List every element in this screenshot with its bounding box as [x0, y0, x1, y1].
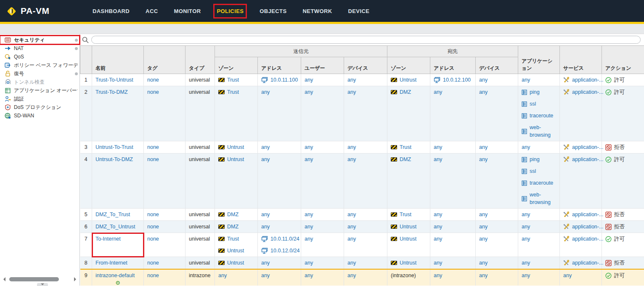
dst-zone-link[interactable]: Untrust: [400, 223, 416, 230]
cell-src-address[interactable]: 10.0.11.100: [258, 74, 301, 86]
application-link[interactable]: traceroute: [530, 112, 553, 119]
tab-dashboard[interactable]: DASHBOARD: [91, 5, 131, 17]
cell-name[interactable]: intrazone-default⚙: [92, 269, 144, 286]
src-zone-link[interactable]: DMZ: [227, 211, 239, 218]
col-dst-device[interactable]: デバイス: [476, 57, 518, 74]
cell-dst-device[interactable]: any: [476, 74, 518, 86]
cell-src-address[interactable]: any: [258, 86, 301, 141]
cell-dst-address[interactable]: any: [430, 154, 476, 209]
cell-action[interactable]: 拒否: [602, 209, 644, 221]
col-application[interactable]: アプリケーション: [518, 46, 560, 74]
sidebar-collapse-handle[interactable]: [37, 283, 48, 286]
application-link[interactable]: ssl: [530, 100, 536, 108]
cell-service[interactable]: application-...: [560, 233, 602, 257]
cell-src-device[interactable]: any: [344, 74, 387, 86]
rule-name-link[interactable]: intrazone-default: [95, 273, 135, 278]
cell-action[interactable]: 許可: [602, 154, 644, 209]
cell-src-device[interactable]: any: [344, 209, 387, 221]
cell-src-zone[interactable]: DMZ: [215, 209, 258, 221]
cell-dst-device[interactable]: any: [476, 221, 518, 233]
application-link[interactable]: ping: [530, 156, 540, 163]
cell-src-zone[interactable]: DMZ: [215, 221, 258, 233]
cell-name[interactable]: Trust-To-Untrust: [92, 74, 144, 86]
cell-src-zone[interactable]: any: [215, 269, 258, 286]
cell-tag[interactable]: none: [144, 269, 186, 286]
cell-application[interactable]: any: [518, 141, 560, 154]
cell-dst-zone[interactable]: Trust: [387, 141, 430, 154]
cell-dst-zone[interactable]: Untrust: [387, 74, 430, 86]
cell-name[interactable]: DMZ_To_Untrust: [92, 221, 144, 233]
scroll-right-arrow-icon[interactable]: [74, 277, 78, 281]
col-dst-address[interactable]: アドレス: [430, 57, 476, 74]
rule-name-link[interactable]: Trust-To-Untrust: [95, 77, 133, 83]
service-link[interactable]: application-...: [572, 88, 603, 96]
rule-name-link[interactable]: From-Internet: [95, 260, 127, 266]
sidebar-item-app-override[interactable]: アプリケーション オーバーライ: [0, 86, 80, 95]
cell-dst-zone[interactable]: DMZ: [387, 86, 430, 141]
service-link[interactable]: application-...: [572, 156, 603, 163]
src-zone-link[interactable]: Untrust: [227, 259, 244, 267]
cell-src-user[interactable]: any: [301, 74, 344, 86]
src-zone-link[interactable]: Trust: [227, 76, 239, 84]
sidebar-item-pbf[interactable]: ポリシー ベース フォワーディ: [0, 61, 80, 69]
cell-src-user[interactable]: any: [301, 221, 344, 233]
cell-action[interactable]: 拒否: [602, 221, 644, 233]
cell-src-zone[interactable]: Untrust: [215, 257, 258, 270]
dst-zone-link[interactable]: DMZ: [400, 88, 411, 96]
cell-type[interactable]: universal: [186, 154, 215, 209]
cell-name[interactable]: Trust-To-DMZ: [92, 86, 144, 141]
service-link[interactable]: application-...: [572, 76, 603, 84]
cell-src-user[interactable]: any: [301, 233, 344, 257]
cell-action[interactable]: 許可: [602, 269, 644, 286]
tab-policies[interactable]: POLICIES: [215, 5, 245, 17]
cell-application[interactable]: pingssltracerouteweb-browsing: [518, 154, 560, 209]
cell-service[interactable]: application-...: [560, 257, 602, 270]
cell-src-zone[interactable]: Untrust: [215, 154, 258, 209]
cell-action[interactable]: 拒否: [602, 257, 644, 270]
src-zone-link[interactable]: Trust: [227, 88, 239, 96]
cell-dst-address[interactable]: any: [430, 221, 476, 233]
src-zone-link[interactable]: Untrust: [227, 247, 244, 254]
cell-src-address[interactable]: any: [258, 154, 301, 209]
src-address-link[interactable]: 10.0.11.0/24: [270, 235, 299, 243]
tab-monitor[interactable]: MONITOR: [172, 5, 202, 17]
cell-type[interactable]: universal: [186, 86, 215, 141]
cell-service[interactable]: application-...: [560, 86, 602, 141]
cell-application[interactable]: any: [518, 269, 560, 286]
col-tag[interactable]: タグ: [144, 46, 186, 74]
cell-src-device[interactable]: any: [344, 221, 387, 233]
cell-name[interactable]: DMZ_To_Trust: [92, 209, 144, 221]
cell-dst-zone[interactable]: Untrust: [387, 221, 430, 233]
cell-src-device[interactable]: any: [344, 154, 387, 209]
cell-type[interactable]: intrazone: [186, 269, 215, 286]
cell-action[interactable]: 許可: [602, 233, 644, 257]
cell-type[interactable]: universal: [186, 141, 215, 154]
dst-address-link[interactable]: 10.0.12.100: [443, 76, 471, 84]
rule-name-link[interactable]: Trust-To-DMZ: [95, 89, 128, 95]
col-src-address[interactable]: アドレス: [258, 57, 301, 74]
rule-name-link[interactable]: Untrust-To-Trust: [95, 144, 133, 150]
rule-name-link[interactable]: DMZ_To_Untrust: [95, 224, 135, 230]
cell-dst-zone[interactable]: Untrust: [387, 233, 430, 257]
cell-src-address[interactable]: 10.0.11.0/2410.0.12.0/24: [258, 233, 301, 257]
cell-type[interactable]: universal: [186, 209, 215, 221]
cell-dst-zone[interactable]: Trust: [387, 209, 430, 221]
cell-src-device[interactable]: any: [344, 86, 387, 141]
dst-zone-link[interactable]: Untrust: [400, 76, 416, 84]
cell-type[interactable]: universal: [186, 221, 215, 233]
service-link[interactable]: application-...: [572, 235, 603, 243]
sidebar-item-nat[interactable]: NAT: [0, 44, 80, 53]
application-link[interactable]: web-browsing: [530, 191, 556, 206]
col-src-zone[interactable]: ゾーン: [215, 57, 258, 74]
cell-tag[interactable]: none: [144, 209, 186, 221]
cell-dst-address[interactable]: any: [430, 257, 476, 270]
cell-dst-device[interactable]: any: [476, 154, 518, 209]
cell-src-zone[interactable]: Untrust: [215, 141, 258, 154]
cell-dst-zone[interactable]: (intrazone): [387, 269, 430, 286]
cell-name[interactable]: To-Internet: [92, 233, 144, 257]
tab-acc[interactable]: ACC: [144, 5, 159, 17]
cell-type[interactable]: universal: [186, 233, 215, 257]
cell-name[interactable]: Untrust-To-Trust: [92, 141, 144, 154]
cell-application[interactable]: any: [518, 257, 560, 270]
src-address-link[interactable]: 10.0.12.0/24: [270, 247, 300, 254]
